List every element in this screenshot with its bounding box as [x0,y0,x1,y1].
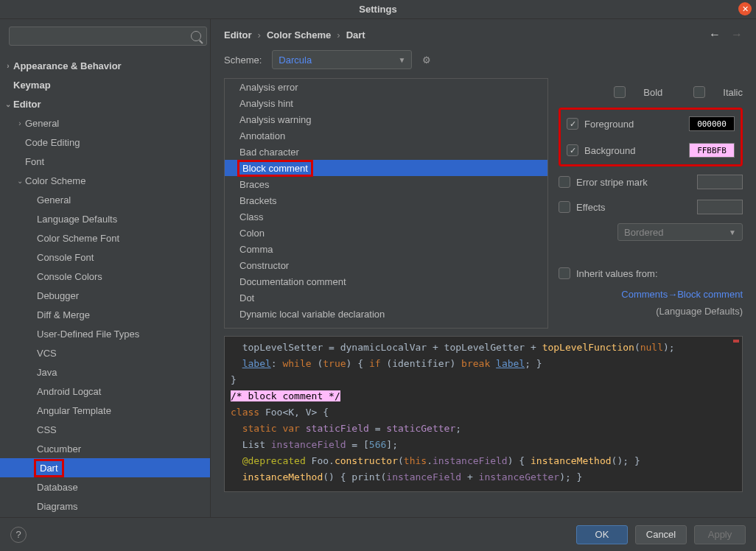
crumb-colorscheme[interactable]: Color Scheme [267,29,331,41]
sidebar-item-editor[interactable]: ⌄Editor [0,94,210,113]
attr-item-label: Brackets [239,195,277,206]
attr-item-braces[interactable]: Braces [225,176,547,192]
inherit-link[interactable]: Comments→Block comment [559,289,743,300]
attr-item-documentation-comment[interactable]: Documentation comment [225,273,547,289]
sidebar-item-label: Cucumber [37,443,81,455]
sidebar-item-general[interactable]: ›General [0,113,210,133]
sidebar-item-label: Color Scheme Font [37,233,119,244]
sidebar-item-user-defined-file-types[interactable]: User-Defined File Types [0,324,210,343]
attr-item-analysis-error[interactable]: Analysis error [225,79,547,95]
background-checkbox[interactable]: ✓ [567,144,578,156]
sidebar-item-language-defaults[interactable]: Language Defaults [0,209,210,228]
scheme-row: Scheme: Darcula ▼ ⚙ [211,46,756,78]
chevron-down-icon: ▼ [398,56,405,64]
attr-item-label: Analysis warning [239,114,312,125]
gear-icon[interactable]: ⚙ [422,55,431,66]
sidebar-item-console-colors[interactable]: Console Colors [0,267,210,286]
inherit-checkbox[interactable] [559,267,570,279]
foreground-swatch[interactable]: 000000 [689,116,735,131]
sidebar-item-label: Database [37,482,78,493]
sidebar-item-label: Diagrams [37,501,78,512]
sidebar-item-debugger[interactable]: Debugger [0,286,210,305]
sidebar-item-dart[interactable]: Dart [0,458,210,477]
background-row: ✓ Background FFBBFB [567,141,735,160]
sidebar-item-css[interactable]: CSS [0,420,210,439]
attr-item-label: Class [239,211,264,222]
sidebar-item-android-logcat[interactable]: Android Logcat [0,382,210,401]
split-panel: Analysis errorAnalysis hintAnalysis warn… [211,78,756,329]
chevron-right-icon: › [15,119,25,127]
sidebar-item-java[interactable]: Java [0,362,210,382]
attr-item-analysis-warning[interactable]: Analysis warning [225,111,547,127]
sidebar-item-label: Android Logcat [37,386,101,397]
ok-button[interactable]: OK [576,525,628,544]
sidebar-item-angular-template[interactable]: Angular Template [0,401,210,420]
sidebar-item-code-editing[interactable]: Code Editing [0,133,210,152]
sidebar-item-general[interactable]: General [0,190,210,209]
sidebar-item-diagrams[interactable]: Diagrams [0,496,210,516]
attr-item-class[interactable]: Class [225,208,547,225]
search-input[interactable] [9,27,207,46]
attribute-options: Bold Italic ✓ Foreground 000000 ✓ [559,78,743,329]
attr-item-annotation[interactable]: Annotation [225,127,547,144]
attr-item-label: Analysis error [239,82,298,93]
sidebar-item-vcs[interactable]: VCS [0,343,210,362]
effects-combo[interactable]: Bordered ▼ [617,223,743,241]
attr-item-dynamic-local-variable-declaration[interactable]: Dynamic local variable declaration [225,306,547,322]
sidebar-item-label: Debugger [37,290,79,301]
attr-item-bad-character[interactable]: Bad character [225,144,547,160]
attr-item-constructor[interactable]: Constructor [225,257,547,273]
crumb-editor[interactable]: Editor [224,29,252,41]
sidebar-item-appearance-behavior[interactable]: ›Appearance & Behavior [0,56,210,75]
sidebar: ›Appearance & BehaviorKeymap⌄Editor›Gene… [0,19,211,517]
effects-swatch[interactable] [697,200,743,214]
attr-item-label: Dot [239,292,254,303]
attr-item-brackets[interactable]: Brackets [225,192,547,208]
scheme-value: Darcula [279,55,312,66]
attr-item-block-comment[interactable]: Block comment [225,160,547,176]
forward-icon[interactable]: → [731,28,743,41]
search-row [0,19,210,53]
sidebar-item-label: Dart [37,462,61,474]
sidebar-item-label: Keymap [13,80,51,91]
attr-item-dot[interactable]: Dot [225,289,547,306]
sidebar-item-label: CSS [37,424,57,435]
effects-checkbox[interactable] [559,201,570,213]
attr-item-analysis-hint[interactable]: Analysis hint [225,95,547,111]
settings-tree[interactable]: ›Appearance & BehaviorKeymap⌄Editor›Gene… [0,53,210,517]
sidebar-item-color-scheme[interactable]: ⌄Color Scheme [0,171,210,190]
attr-item-label: Block comment [239,162,311,175]
apply-button[interactable]: Apply [694,525,746,544]
italic-checkbox[interactable] [693,86,705,98]
foreground-label: Foreground [584,119,634,130]
settings-dialog: Settings ✕ ›Appearance & BehaviorKeymap⌄… [0,0,756,551]
attr-item-label: Annotation [239,130,285,141]
foreground-row: ✓ Foreground 000000 [567,114,735,133]
foreground-checkbox[interactable]: ✓ [567,118,578,130]
errorstripe-swatch[interactable] [697,175,743,189]
main-panel: Editor › Color Scheme › Dart ← → Scheme:… [211,19,756,517]
attr-item-label: Analysis hint [239,98,293,109]
attr-item-comma[interactable]: Comma [225,241,547,257]
attribute-list[interactable]: Analysis errorAnalysis hintAnalysis warn… [224,78,548,329]
cancel-button[interactable]: Cancel [635,525,687,544]
sidebar-item-keymap[interactable]: Keymap [0,75,210,94]
sidebar-item-color-scheme-font[interactable]: Color Scheme Font [0,228,210,248]
attr-item-colon[interactable]: Colon [225,225,547,241]
sidebar-item-console-font[interactable]: Console Font [0,248,210,267]
help-button[interactable]: ? [10,527,27,543]
sidebar-item-database[interactable]: Database [0,477,210,496]
crumb-dart: Dart [346,29,365,41]
scheme-combo[interactable]: Darcula ▼ [272,50,412,69]
close-button[interactable]: ✕ [738,2,752,15]
italic-label: Italic [723,87,743,98]
sidebar-item-cucumber[interactable]: Cucumber [0,439,210,458]
inherit-label: Inherit values from: [576,268,658,279]
back-icon[interactable]: ← [709,28,721,41]
sidebar-item-font[interactable]: Font [0,152,210,171]
background-swatch[interactable]: FFBBFB [689,143,735,158]
errorstripe-checkbox[interactable] [559,176,570,188]
bold-checkbox[interactable] [614,86,626,98]
attr-item-label: Dynamic local variable declaration [239,309,385,320]
sidebar-item-diff-merge[interactable]: Diff & Merge [0,305,210,324]
